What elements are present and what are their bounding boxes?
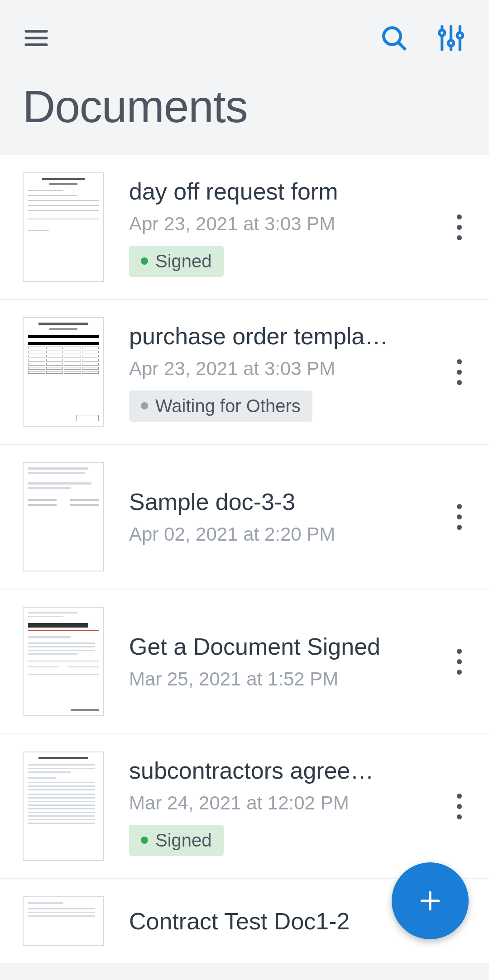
document-item[interactable]: Get a Document Signed Mar 25, 2021 at 1:… bbox=[0, 590, 489, 734]
document-item[interactable]: day off request form Apr 23, 2021 at 3:0… bbox=[0, 155, 489, 300]
status-dot-icon bbox=[141, 402, 148, 409]
status-dot-icon bbox=[141, 837, 148, 844]
document-info: Sample doc-3-3 Apr 02, 2021 at 2:20 PM bbox=[129, 488, 427, 545]
more-options-button[interactable] bbox=[452, 640, 466, 684]
svg-point-8 bbox=[448, 40, 454, 46]
status-label: Signed bbox=[155, 251, 212, 271]
document-date: Mar 25, 2021 at 1:52 PM bbox=[129, 668, 427, 690]
document-thumbnail bbox=[23, 172, 104, 282]
document-info: day off request form Apr 23, 2021 at 3:0… bbox=[129, 178, 427, 277]
svg-point-6 bbox=[439, 30, 445, 35]
document-info: purchase order templa… Apr 23, 2021 at 3… bbox=[129, 323, 427, 422]
more-vertical-icon bbox=[457, 504, 462, 530]
more-options-button[interactable] bbox=[452, 495, 466, 539]
document-thumbnail bbox=[23, 752, 104, 861]
document-thumbnail bbox=[23, 607, 104, 716]
more-vertical-icon bbox=[457, 359, 462, 385]
document-title: day off request form bbox=[129, 178, 427, 205]
more-options-button[interactable] bbox=[452, 785, 466, 828]
document-item[interactable]: Sample doc-3-3 Apr 02, 2021 at 2:20 PM bbox=[0, 445, 489, 590]
more-vertical-icon bbox=[457, 794, 462, 819]
svg-line-4 bbox=[398, 43, 405, 49]
document-info: Get a Document Signed Mar 25, 2021 at 1:… bbox=[129, 633, 427, 690]
document-date: Apr 23, 2021 at 3:03 PM bbox=[129, 358, 427, 380]
app-header bbox=[0, 0, 489, 67]
status-badge: Signed bbox=[129, 246, 224, 277]
document-title: Get a Document Signed bbox=[129, 633, 427, 660]
add-document-fab[interactable] bbox=[392, 862, 469, 939]
status-label: Waiting for Others bbox=[155, 396, 301, 416]
more-options-button[interactable] bbox=[452, 350, 466, 394]
status-dot-icon bbox=[141, 257, 148, 265]
menu-icon[interactable] bbox=[23, 24, 50, 52]
document-date: Apr 02, 2021 at 2:20 PM bbox=[129, 523, 427, 545]
document-item[interactable]: purchase order templa… Apr 23, 2021 at 3… bbox=[0, 300, 489, 445]
svg-point-10 bbox=[457, 33, 463, 38]
document-info: subcontractors agree… Mar 24, 2021 at 12… bbox=[129, 757, 427, 856]
document-thumbnail bbox=[23, 317, 104, 427]
document-date: Mar 24, 2021 at 12:02 PM bbox=[129, 792, 427, 814]
document-item[interactable]: subcontractors agree… Mar 24, 2021 at 12… bbox=[0, 734, 489, 879]
status-badge: Waiting for Others bbox=[129, 390, 312, 422]
document-list: day off request form Apr 23, 2021 at 3:0… bbox=[0, 155, 489, 963]
document-thumbnail bbox=[23, 462, 104, 571]
plus-icon bbox=[417, 888, 443, 913]
more-vertical-icon bbox=[457, 649, 462, 675]
status-label: Signed bbox=[155, 830, 212, 851]
document-title: purchase order templa… bbox=[129, 323, 427, 350]
search-icon[interactable] bbox=[379, 24, 408, 52]
document-date: Apr 23, 2021 at 3:03 PM bbox=[129, 213, 427, 235]
document-thumbnail bbox=[23, 896, 104, 946]
document-title: subcontractors agree… bbox=[129, 757, 427, 784]
document-title: Contract Test Doc1-2 bbox=[129, 908, 427, 935]
document-title: Sample doc-3-3 bbox=[129, 488, 427, 515]
page-title: Documents bbox=[0, 67, 489, 155]
status-badge: Signed bbox=[129, 825, 224, 856]
more-vertical-icon bbox=[457, 214, 462, 240]
more-options-button[interactable] bbox=[452, 205, 466, 249]
filter-icon[interactable] bbox=[436, 23, 466, 53]
document-info: Contract Test Doc1-2 bbox=[129, 908, 427, 935]
